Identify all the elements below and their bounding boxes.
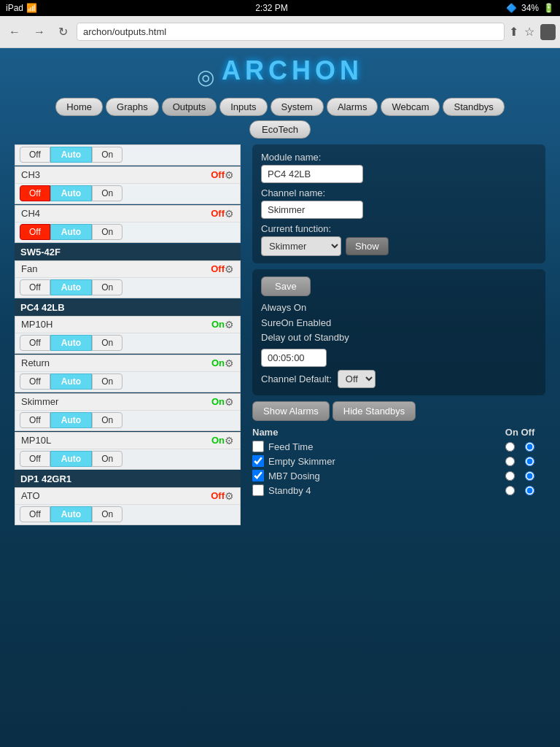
- ch4-off-btn[interactable]: Off: [20, 224, 50, 240]
- standby4-on-radio[interactable]: [505, 486, 515, 495]
- mp10h-gear-icon[interactable]: ⚙: [225, 319, 234, 330]
- mp10l-auto-btn[interactable]: Auto: [50, 451, 92, 467]
- nav-home[interactable]: Home: [55, 98, 103, 116]
- status-right: 🔷 34% 🔋: [506, 3, 554, 13]
- col-onoff-header: On Off: [494, 427, 545, 438]
- skimmer-on-btn[interactable]: On: [92, 412, 122, 428]
- ch4-gear-icon[interactable]: ⚙: [225, 208, 234, 220]
- mp10h-auto-btn[interactable]: Auto: [50, 335, 92, 351]
- mp10h-off-btn[interactable]: Off: [20, 335, 50, 351]
- feedtime-checkbox[interactable]: [252, 441, 264, 452]
- channel-row: Off Auto On: [15, 144, 241, 166]
- ch4-label: CH4: [21, 208, 211, 219]
- ecotech-button[interactable]: EcoTech: [249, 120, 311, 139]
- forward-button[interactable]: →: [29, 23, 50, 42]
- channel-default-select[interactable]: Off: [338, 370, 376, 388]
- ch3-gear-icon[interactable]: ⚙: [225, 169, 234, 181]
- tab-count[interactable]: 1: [540, 24, 556, 40]
- mb7dosing-checkbox[interactable]: [252, 470, 264, 481]
- ch4-auto-btn[interactable]: Auto: [50, 224, 92, 240]
- skimmer-off-btn[interactable]: Off: [20, 412, 50, 428]
- status-bar: iPad 📶 2:32 PM 🔷 34% 🔋: [0, 0, 560, 16]
- nav-webcam[interactable]: Webcam: [381, 98, 440, 116]
- skimmer-label: Skimmer: [21, 396, 211, 407]
- ch3-ctrl: Off Auto On: [15, 184, 240, 204]
- current-function-row: Skimmer Show: [261, 236, 537, 256]
- fan-auto-btn[interactable]: Auto: [50, 279, 92, 295]
- mb7dosing-off-radio[interactable]: [525, 471, 534, 481]
- ch3-off-btn[interactable]: Off: [20, 185, 50, 201]
- skimmer-gear-icon[interactable]: ⚙: [225, 396, 234, 408]
- return-off-btn[interactable]: Off: [20, 374, 50, 390]
- ato-off-btn[interactable]: Off: [20, 506, 50, 522]
- ch3-on-btn[interactable]: On: [92, 185, 122, 201]
- battery-label: 34%: [521, 3, 539, 13]
- browser-actions: ⬆ ☆ 1: [509, 24, 556, 40]
- delay-time-input[interactable]: [261, 349, 327, 367]
- reload-button[interactable]: ↻: [54, 22, 72, 42]
- ch3-auto-btn[interactable]: Auto: [50, 185, 92, 201]
- module-name-label: Module name:: [261, 152, 537, 163]
- return-auto-btn[interactable]: Auto: [50, 374, 92, 390]
- mp10l-on-btn[interactable]: On: [92, 451, 122, 467]
- logo-text: ARCHON: [222, 55, 363, 85]
- nav-graphs[interactable]: Graphs: [106, 98, 159, 116]
- fan-on-btn[interactable]: On: [92, 279, 122, 295]
- show-alarms-button[interactable]: Show Alarms: [252, 401, 330, 421]
- share-icon[interactable]: ⬆: [509, 25, 518, 39]
- pc4-group-label: PC4 42LB: [15, 299, 241, 316]
- show-button[interactable]: Show: [346, 237, 389, 255]
- standby-mb7dosing-row: MB7 Dosing: [252, 470, 545, 481]
- mb7dosing-on-radio[interactable]: [505, 471, 515, 481]
- return-gear-icon[interactable]: ⚙: [225, 357, 234, 369]
- url-input[interactable]: [77, 23, 505, 41]
- ctrl-auto-unnamed[interactable]: Auto: [50, 147, 92, 163]
- ctrl-off-unnamed[interactable]: Off: [20, 147, 50, 163]
- ctrl-on-unnamed[interactable]: On: [92, 147, 122, 163]
- nav-outputs[interactable]: Outputs: [162, 98, 217, 116]
- nav-system[interactable]: System: [271, 98, 324, 116]
- standby4-checkbox[interactable]: [252, 484, 264, 496]
- mp10h-on-btn[interactable]: On: [92, 335, 122, 351]
- mp10l-name-row: MP10L On ⚙: [15, 433, 240, 449]
- standbys-header: Name On Off: [252, 427, 545, 438]
- ato-on-btn[interactable]: On: [92, 506, 122, 522]
- ch4-on-btn[interactable]: On: [92, 224, 122, 240]
- ato-auto-btn[interactable]: Auto: [50, 506, 92, 522]
- mp10l-gear-icon[interactable]: ⚙: [225, 435, 234, 446]
- fan-gear-icon[interactable]: ⚙: [225, 263, 234, 275]
- ato-gear-icon[interactable]: ⚙: [225, 490, 234, 502]
- standby-4-row: Standby 4: [252, 484, 545, 496]
- mp10l-row: MP10L On ⚙ Off Auto On: [15, 432, 241, 470]
- emptyskimmer-off-radio[interactable]: [525, 457, 534, 466]
- fan-label: Fan: [21, 263, 211, 274]
- feedtime-off-radio[interactable]: [525, 442, 534, 452]
- mb7dosing-radio-group: [494, 471, 545, 481]
- skimmer-auto-btn[interactable]: Auto: [50, 412, 92, 428]
- emptyskimmer-checkbox[interactable]: [252, 455, 264, 467]
- ato-ctrl: Off Auto On: [15, 505, 240, 525]
- feedtime-on-radio[interactable]: [505, 442, 515, 452]
- return-on-btn[interactable]: On: [92, 374, 122, 390]
- mp10l-off-btn[interactable]: Off: [20, 451, 50, 467]
- mp10h-row: MP10H On ⚙ Off Auto On: [15, 316, 241, 354]
- current-function-select[interactable]: Skimmer: [261, 236, 341, 256]
- module-name-input[interactable]: [261, 165, 363, 183]
- carrier-label: iPad: [6, 3, 23, 13]
- logo-area: ◎ ARCHON: [0, 48, 560, 93]
- emptyskimmer-on-radio[interactable]: [505, 457, 515, 466]
- hide-standbys-button[interactable]: Hide Standbys: [332, 401, 416, 421]
- nav-standbys[interactable]: Standbys: [443, 98, 504, 116]
- ch3-label: CH3: [21, 169, 211, 180]
- save-button[interactable]: Save: [261, 276, 311, 296]
- standby4-off-radio[interactable]: [525, 486, 534, 495]
- fan-off-btn[interactable]: Off: [20, 279, 50, 295]
- channel-name-input[interactable]: [261, 201, 363, 219]
- back-button[interactable]: ←: [4, 23, 25, 42]
- fan-name-row: Fan Off ⚙: [15, 261, 240, 278]
- bookmark-icon[interactable]: ☆: [524, 25, 534, 39]
- nav-inputs[interactable]: Inputs: [219, 98, 267, 116]
- always-on-text: Always On: [261, 301, 537, 316]
- fan-status: Off: [211, 263, 225, 274]
- nav-alarms[interactable]: Alarms: [327, 98, 378, 116]
